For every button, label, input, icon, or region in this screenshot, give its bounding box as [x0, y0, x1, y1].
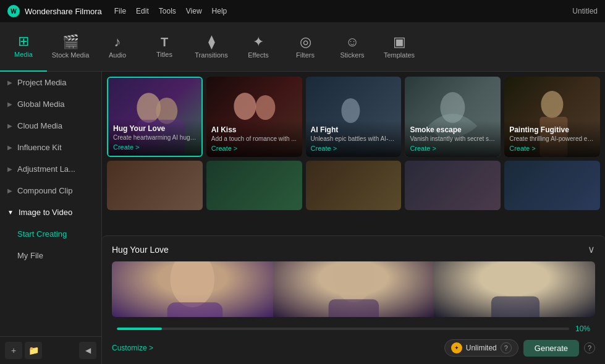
sidebar-label-adjustment-la: Adjustment La... [17, 164, 75, 174]
chevron-down-icon: ▼ [7, 209, 14, 216]
generate-button[interactable]: Generate [523, 340, 579, 357]
generate-help-icon[interactable]: ? [584, 342, 595, 353]
sidebar-label-cloud-media: Cloud Media [17, 121, 62, 130]
add-media-button[interactable]: + [5, 342, 22, 359]
chevron-right-icon: ▶ [7, 101, 12, 108]
media-card-ai-kiss[interactable]: AI Kiss Add a touch of romance with ... … [206, 77, 302, 157]
toolbar-titles[interactable]: T Titles [141, 22, 188, 72]
toolbar-stickers[interactable]: ☺ Stickers [329, 22, 376, 72]
sidebar-item-influence-kit[interactable]: ▶ Influence Kit [0, 137, 101, 158]
toolbar-templates-label: Templates [384, 51, 415, 59]
card-overlay: Smoke escape Vanish instantly with secre… [405, 121, 501, 157]
menu-bar: File Edit Tools View Help [114, 7, 227, 15]
card-create-link[interactable]: Create > [113, 143, 197, 151]
sidebar-item-my-file[interactable]: My File [0, 245, 101, 266]
add-folder-button[interactable]: 📁 [25, 342, 42, 359]
sidebar-item-compound-clip[interactable]: ▶ Compound Clip [0, 180, 101, 201]
sidebar-label-global-media: Global Media [17, 99, 65, 109]
sidebar-item-global-media[interactable]: ▶ Global Media [0, 93, 101, 115]
card-create-link[interactable]: Create > [509, 145, 595, 152]
sidebar-item-image-to-video[interactable]: ▼ Image to Video [0, 201, 101, 223]
window-title: Untitled [572, 7, 598, 15]
toolbar-stock-media-label: Stock Media [52, 51, 90, 59]
unlimited-help-icon[interactable]: ? [501, 342, 512, 353]
stock-media-icon: 🎬 [62, 35, 79, 49]
titles-icon: T [161, 36, 168, 48]
chevron-right-icon: ▶ [7, 122, 12, 129]
media-card-r2c5[interactable] [504, 161, 600, 210]
card-overlay: Hug Your Love Create heartwarming AI hug… [108, 119, 201, 156]
sidebar-item-start-creating[interactable]: Start Creating [0, 223, 101, 245]
preview-strip [112, 261, 595, 317]
card-subtitle: Add a touch of romance with ... [211, 135, 297, 142]
card-overlay: Painting Fugitive Create thrilling AI-po… [504, 121, 600, 157]
svg-rect-14 [491, 296, 539, 317]
svg-rect-10 [167, 302, 223, 317]
card-create-link[interactable]: Create > [410, 145, 496, 152]
templates-icon: ▣ [393, 35, 406, 49]
card-create-link[interactable]: Create > [211, 145, 297, 152]
chevron-right-icon: ▶ [7, 166, 12, 172]
close-icon[interactable]: ∨ [588, 243, 595, 255]
bottom-panel: Hug Your Love ∨ [102, 235, 605, 364]
toolbar-stickers-label: Stickers [340, 51, 364, 59]
preview-frame-3 [434, 261, 595, 317]
svg-point-4 [255, 95, 275, 120]
transitions-icon: ⧫ [208, 35, 215, 49]
media-card-smoke-escape[interactable]: Smoke escape Vanish instantly with secre… [405, 77, 501, 157]
svg-point-7 [541, 91, 564, 118]
toolbar-media[interactable]: ⊞ Media [0, 22, 47, 72]
audio-icon: ♪ [114, 35, 121, 49]
sidebar-collapse-button[interactable]: ◀ [79, 342, 96, 359]
sidebar-item-cloud-media[interactable]: ▶ Cloud Media [0, 115, 101, 137]
sidebar-item-project-media[interactable]: ▶ Project Media [0, 72, 101, 93]
stickers-icon: ☺ [345, 35, 359, 49]
sidebar-bottom: + 📁 ◀ [0, 336, 101, 364]
media-card-painting-fugitive[interactable]: Painting Fugitive Create thrilling AI-po… [504, 77, 600, 157]
sidebar-item-adjustment-la[interactable]: ▶ Adjustment La... [0, 158, 101, 180]
toolbar-templates[interactable]: ▣ Templates [376, 22, 423, 72]
svg-point-3 [234, 93, 256, 120]
toolbar-titles-label: Titles [156, 51, 172, 58]
toolbar-effects-label: Effects [248, 51, 268, 59]
card-title: Painting Fugitive [509, 125, 595, 134]
bottom-panel-header: Hug Your Love ∨ [112, 243, 595, 255]
app-logo: W [7, 5, 20, 17]
menu-help[interactable]: Help [212, 7, 227, 15]
svg-point-5 [341, 98, 360, 123]
svg-point-11 [333, 261, 373, 302]
media-card-hug-your-love[interactable]: Hug Your Love Create heartwarming AI hug… [107, 77, 203, 157]
customize-link[interactable]: Customize > [112, 344, 153, 352]
media-icon: ⊞ [18, 35, 29, 48]
preview-frame-2 [273, 261, 434, 317]
toolbar: ⊞ Media 🎬 Stock Media ♪ Audio T Titles ⧫… [0, 22, 605, 72]
unlimited-label: Unlimited [466, 344, 497, 352]
menu-tools[interactable]: Tools [159, 7, 176, 15]
menu-file[interactable]: File [114, 7, 126, 15]
toolbar-stock-media[interactable]: 🎬 Stock Media [47, 22, 94, 72]
content-area: Hug Your Love Create heartwarming AI hug… [102, 72, 605, 364]
svg-rect-12 [328, 299, 378, 317]
card-title: AI Fight [311, 125, 397, 134]
sidebar-label-influence-kit: Influence Kit [17, 143, 62, 152]
toolbar-transitions[interactable]: ⧫ Transitions [188, 22, 235, 72]
preview-frame-1 [112, 261, 273, 317]
menu-view[interactable]: View [186, 7, 202, 15]
footer-right: + Unlimited ? Generate ? [444, 339, 595, 357]
toolbar-audio[interactable]: ♪ Audio [94, 22, 141, 72]
menu-edit[interactable]: Edit [136, 7, 149, 15]
card-create-link[interactable]: Create > [311, 145, 397, 152]
toolbar-effects[interactable]: ✦ Effects [235, 22, 282, 72]
sidebar: ▶ Project Media ▶ Global Media ▶ Cloud M… [0, 72, 102, 364]
media-card-r2c4[interactable] [405, 161, 501, 210]
effects-icon: ✦ [253, 35, 264, 49]
svg-point-13 [496, 261, 533, 298]
media-card-ai-fight[interactable]: AI Fight Unleash epic battles with AI-po… [306, 77, 402, 157]
unlimited-icon: + [451, 342, 462, 353]
media-card-r2c1[interactable] [107, 161, 203, 210]
toolbar-filters[interactable]: ◎ Filters [282, 22, 329, 72]
toolbar-audio-label: Audio [109, 51, 126, 59]
media-card-r2c2[interactable] [206, 161, 302, 210]
media-card-r2c3[interactable] [306, 161, 402, 210]
card-subtitle: Create thrilling AI-powered esca... [509, 135, 595, 142]
